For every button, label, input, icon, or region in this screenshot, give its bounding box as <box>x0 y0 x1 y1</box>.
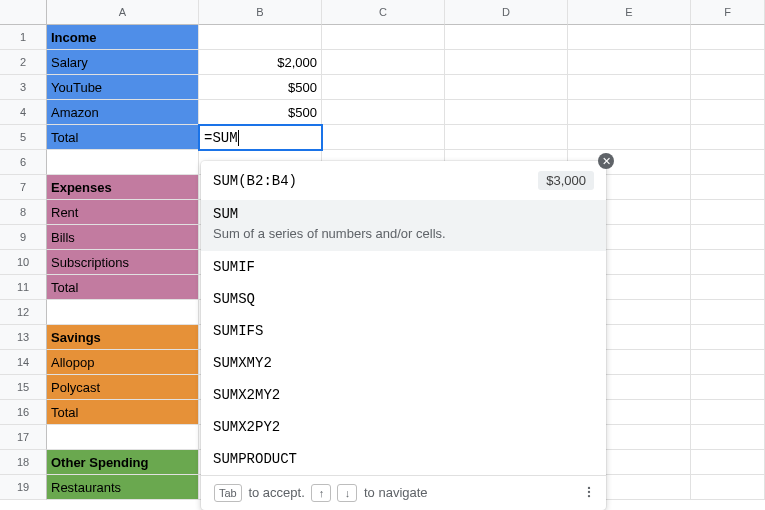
hint-accept: to accept. <box>248 485 304 500</box>
cell-C1[interactable] <box>322 25 445 50</box>
col-header-F[interactable]: F <box>691 0 765 25</box>
cell-F3[interactable] <box>691 75 765 100</box>
cell-A6[interactable] <box>47 150 199 175</box>
cell-D5[interactable] <box>445 125 568 150</box>
cell-A19[interactable]: Restaurants <box>47 475 199 500</box>
suggestion-selected[interactable]: SUM Sum of a series of numbers and/or ce… <box>201 200 606 251</box>
cell-A13[interactable]: Savings <box>47 325 199 350</box>
cell-F16[interactable] <box>691 400 765 425</box>
cell-D3[interactable] <box>445 75 568 100</box>
suggestion-name: SUM <box>213 206 594 222</box>
cell-F17[interactable] <box>691 425 765 450</box>
col-header-B[interactable]: B <box>199 0 322 25</box>
suggestion-item[interactable]: SUMX2PY2 <box>201 411 606 443</box>
col-header-C[interactable]: C <box>322 0 445 25</box>
row-header-2[interactable]: 2 <box>0 50 47 75</box>
cell-B1[interactable] <box>199 25 322 50</box>
cell-A8[interactable]: Rent <box>47 200 199 225</box>
cell-A16[interactable]: Total <box>47 400 199 425</box>
cell-F10[interactable] <box>691 250 765 275</box>
row-header-16[interactable]: 16 <box>0 400 47 425</box>
cell-A1[interactable]: Income <box>47 25 199 50</box>
cell-B5-active[interactable]: =SUM <box>198 124 323 151</box>
select-all-corner[interactable] <box>0 0 47 25</box>
cell-F5[interactable] <box>691 125 765 150</box>
cell-B4[interactable]: $500 <box>199 100 322 125</box>
col-header-D[interactable]: D <box>445 0 568 25</box>
cell-F1[interactable] <box>691 25 765 50</box>
cell-C5[interactable] <box>322 125 445 150</box>
cell-A5[interactable]: Total <box>47 125 199 150</box>
cell-F12[interactable] <box>691 300 765 325</box>
suggestion-item[interactable]: SUMIF <box>201 251 606 283</box>
row-header-18[interactable]: 18 <box>0 450 47 475</box>
cell-A7[interactable]: Expenses <box>47 175 199 200</box>
cell-F19[interactable] <box>691 475 765 500</box>
row-header-9[interactable]: 9 <box>0 225 47 250</box>
cell-D2[interactable] <box>445 50 568 75</box>
row-header-1[interactable]: 1 <box>0 25 47 50</box>
cell-F6[interactable] <box>691 150 765 175</box>
suggestion-smart-fill[interactable]: SUM(B2:B4) $3,000 <box>201 161 606 200</box>
suggestion-item[interactable]: SUMX2MY2 <box>201 379 606 411</box>
suggestion-item[interactable]: SUMSQ <box>201 283 606 315</box>
cell-F2[interactable] <box>691 50 765 75</box>
cell-A3[interactable]: YouTube <box>47 75 199 100</box>
cell-A2[interactable]: Salary <box>47 50 199 75</box>
cell-A15[interactable]: Polycast <box>47 375 199 400</box>
cell-E3[interactable] <box>568 75 691 100</box>
cell-B2[interactable]: $2,000 <box>199 50 322 75</box>
cell-E5[interactable] <box>568 125 691 150</box>
cell-A9[interactable]: Bills <box>47 225 199 250</box>
cell-A10[interactable]: Subscriptions <box>47 250 199 275</box>
suggestion-item[interactable]: SUMPRODUCT <box>201 443 606 475</box>
row-header-15[interactable]: 15 <box>0 375 47 400</box>
row-header-8[interactable]: 8 <box>0 200 47 225</box>
row-header-19[interactable]: 19 <box>0 475 47 500</box>
row-header-5[interactable]: 5 <box>0 125 47 150</box>
row-header-11[interactable]: 11 <box>0 275 47 300</box>
cell-F14[interactable] <box>691 350 765 375</box>
cell-A14[interactable]: Allopop <box>47 350 199 375</box>
row-header-17[interactable]: 17 <box>0 425 47 450</box>
cell-D4[interactable] <box>445 100 568 125</box>
cell-E1[interactable] <box>568 25 691 50</box>
col-header-E[interactable]: E <box>568 0 691 25</box>
key-tab: Tab <box>214 484 242 502</box>
cell-F18[interactable] <box>691 450 765 475</box>
cell-A12[interactable] <box>47 300 199 325</box>
row-header-10[interactable]: 10 <box>0 250 47 275</box>
row-header-4[interactable]: 4 <box>0 100 47 125</box>
cell-F8[interactable] <box>691 200 765 225</box>
suggestion-item[interactable]: SUMIFS <box>201 315 606 347</box>
cell-F4[interactable] <box>691 100 765 125</box>
cell-D1[interactable] <box>445 25 568 50</box>
col-header-A[interactable]: A <box>47 0 199 25</box>
cell-A18[interactable]: Other Spending <box>47 450 199 475</box>
row-header-7[interactable]: 7 <box>0 175 47 200</box>
cell-F9[interactable] <box>691 225 765 250</box>
cell-A11[interactable]: Total <box>47 275 199 300</box>
close-icon[interactable]: ✕ <box>598 153 614 169</box>
row-header-13[interactable]: 13 <box>0 325 47 350</box>
row-header-14[interactable]: 14 <box>0 350 47 375</box>
cell-F11[interactable] <box>691 275 765 300</box>
cell-F7[interactable] <box>691 175 765 200</box>
row-header-12[interactable]: 12 <box>0 300 47 325</box>
cell-C2[interactable] <box>322 50 445 75</box>
cell-B3[interactable]: $500 <box>199 75 322 100</box>
cell-A17[interactable] <box>47 425 199 450</box>
cell-F15[interactable] <box>691 375 765 400</box>
cell-E2[interactable] <box>568 50 691 75</box>
suggestion-preview: $3,000 <box>538 171 594 190</box>
cell-F13[interactable] <box>691 325 765 350</box>
suggestion-item[interactable]: SUMXMY2 <box>201 347 606 379</box>
row-header-6[interactable]: 6 <box>0 150 47 175</box>
row-header-3[interactable]: 3 <box>0 75 47 100</box>
cell-A4[interactable]: Amazon <box>47 100 199 125</box>
more-options-icon[interactable] <box>582 485 596 502</box>
cell-C4[interactable] <box>322 100 445 125</box>
cell-C3[interactable] <box>322 75 445 100</box>
formula-input[interactable]: =SUM <box>204 130 238 146</box>
cell-E4[interactable] <box>568 100 691 125</box>
